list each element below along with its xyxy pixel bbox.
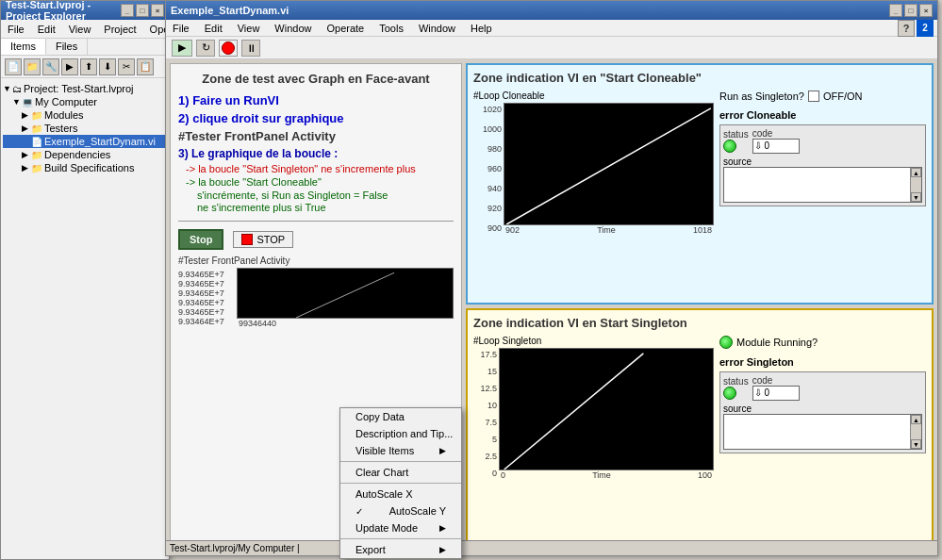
vi-menu-tools[interactable]: Tools	[376, 22, 406, 35]
tree-build-specs[interactable]: ▶ 📁 Build Specifications	[3, 161, 167, 174]
scroll-down-c[interactable]: ▼	[911, 192, 921, 202]
expand-icon-testers[interactable]: ▶	[22, 124, 31, 133]
tree-testers[interactable]: ▶ 📁 Testers	[3, 122, 167, 135]
left-chart[interactable]	[237, 268, 454, 319]
left-chart-container: 9.93465E+7 9.93465E+7 9.93465E+7 9.93465…	[178, 268, 454, 328]
loop-singleton-label: #Loop Singleton	[473, 336, 714, 346]
minimize-button[interactable]: _	[121, 4, 134, 17]
singleton-scrollbar[interactable]: ▲ ▼	[910, 415, 921, 449]
run-button[interactable]: ▶	[172, 40, 192, 57]
tree-modules[interactable]: ▶ 📁 Modules	[3, 108, 167, 122]
singleton-source-box[interactable]: ▲ ▼	[723, 414, 922, 450]
step-3: 3) Le graphique de la boucle :	[178, 147, 454, 160]
toolbar-btn-2[interactable]: 📁	[24, 58, 41, 75]
vi-menu-window[interactable]: Window	[272, 22, 314, 35]
singleton-code-input[interactable]: ⇩ 0	[752, 386, 800, 401]
singleton-chart[interactable]	[499, 348, 714, 470]
vi-menu-edit[interactable]: Edit	[202, 22, 225, 35]
close-button[interactable]: ×	[151, 4, 164, 17]
scroll-up-c[interactable]: ▲	[911, 168, 921, 177]
expand-icon-build[interactable]: ▶	[22, 163, 31, 173]
menu-file[interactable]: File	[5, 23, 27, 36]
sx-start: 0	[501, 470, 505, 480]
vi-menu-operate[interactable]: Operate	[323, 22, 367, 35]
tree-my-computer[interactable]: ▼ 💻 My Computer	[3, 95, 167, 108]
menu-item-autoscale-y[interactable]: ✓ AutoScale Y	[340, 502, 461, 519]
singleton-checkbox[interactable]	[808, 91, 819, 102]
status-led	[723, 140, 736, 153]
run-continuously-button[interactable]: ↻	[196, 40, 215, 57]
computer-icon: 💻	[22, 97, 33, 107]
scroll-track-c	[911, 177, 921, 192]
stop-button-toolbar[interactable]	[219, 40, 238, 57]
vi-menu-file[interactable]: File	[170, 22, 192, 35]
singleton-code-field: code ⇩ 0	[752, 375, 800, 401]
zone-cloneable-controls: Run as Singleton? OFF/ON error Cloneable…	[719, 91, 926, 235]
singleton-scroll-down[interactable]: ▼	[911, 439, 921, 449]
maximize-button[interactable]: □	[136, 4, 149, 17]
code-input[interactable]: ⇩ 0	[752, 139, 800, 154]
toolbar-btn-7[interactable]: ✂	[118, 58, 135, 75]
on-off-label: OFF/ON	[823, 91, 863, 102]
error-cloneable-cluster: status code ⇩ 0 sou	[719, 124, 926, 206]
toolbar-btn-6[interactable]: ⬇	[99, 58, 116, 75]
expand-icon[interactable]: ▼	[3, 84, 12, 93]
cy-1: 1020	[473, 105, 502, 114]
project-menubar: File Edit View Project Operate	[1, 20, 169, 39]
menu-edit[interactable]: Edit	[35, 23, 58, 36]
tab-files[interactable]: Files	[46, 39, 88, 55]
source-group: source ▲ ▼	[723, 156, 922, 203]
menu-item-autoscale-x[interactable]: AutoScale X	[340, 486, 461, 502]
menu-view[interactable]: View	[66, 23, 94, 36]
toolbar-btn-5[interactable]: ⬆	[80, 58, 97, 75]
stop-green-button[interactable]: Stop	[178, 229, 223, 250]
source-scrollbar-c[interactable]: ▲ ▼	[910, 168, 921, 202]
source-label-c: source	[723, 156, 922, 167]
error-singleton-header: status code ⇩ 0	[723, 375, 922, 401]
vi-toolbar: ▶ ↻ ⏸	[166, 37, 937, 59]
pause-button[interactable]: ⏸	[241, 40, 260, 57]
singleton-scroll-up[interactable]: ▲	[911, 415, 921, 424]
description-label: Description and Tip...	[355, 428, 453, 439]
toolbar-btn-4[interactable]: ▶	[61, 58, 78, 75]
source-box-c[interactable]: ▲ ▼	[723, 167, 922, 203]
tab-items[interactable]: Items	[1, 39, 46, 55]
tree-exemple-vi[interactable]: 📄 Exemple_StartDynam.vi	[3, 135, 167, 148]
sx-end: 100	[698, 470, 712, 480]
vi-close-button[interactable]: ×	[919, 4, 933, 17]
cy-5: 940	[473, 184, 502, 193]
expand-icon-modules[interactable]: ▶	[22, 110, 31, 120]
menu-item-copy-data[interactable]: Copy Data	[340, 408, 461, 425]
menu-item-export[interactable]: Export ▶	[340, 541, 461, 558]
svg-line-1	[506, 108, 711, 224]
toolbar-btn-3[interactable]: 🔧	[42, 58, 59, 75]
cy-7: 900	[473, 223, 502, 233]
vi-menu-window2[interactable]: Window	[416, 22, 458, 35]
stop-red-button[interactable]: STOP	[233, 231, 293, 248]
menu-project[interactable]: Project	[101, 23, 139, 36]
vi-menu-view[interactable]: View	[235, 22, 263, 35]
menu-item-description[interactable]: Description and Tip...	[340, 425, 461, 442]
tree-project-root[interactable]: ▼ 🗂 Project: Test-Start.lvproj	[3, 82, 167, 95]
vi-minimize-button[interactable]: _	[889, 4, 902, 17]
expand-icon-deps[interactable]: ▶	[22, 150, 31, 159]
cloneable-chart[interactable]	[504, 103, 714, 225]
tree-dependencies[interactable]: ▶ 📁 Dependencies	[3, 148, 167, 161]
singleton-status-group: status code ⇩ 0	[723, 375, 800, 401]
menu-item-update-mode[interactable]: Update Mode ▶	[340, 519, 461, 536]
separator-1	[178, 221, 454, 222]
export-arrow: ▶	[439, 545, 446, 554]
vi-menu-help[interactable]: Help	[468, 22, 495, 35]
y-val-6: 9.93464E+7	[178, 317, 233, 326]
toolbar-btn-1[interactable]: 📄	[5, 58, 22, 75]
menu-separator-3	[340, 538, 461, 539]
menu-item-visible-items[interactable]: Visible Items ▶	[340, 442, 461, 459]
project-label: Project: Test-Start.lvproj	[24, 83, 134, 94]
error-singleton-title: error Singleton	[719, 356, 926, 368]
menu-item-clear-chart[interactable]: Clear Chart	[340, 464, 461, 481]
toolbar-btn-8[interactable]: 📋	[137, 58, 154, 75]
vi-maximize-button[interactable]: □	[904, 4, 917, 17]
indent-singleton-true: ne s'incremente plus si True	[197, 202, 454, 213]
help-button[interactable]: ?	[898, 20, 915, 37]
expand-icon-computer[interactable]: ▼	[12, 97, 22, 107]
